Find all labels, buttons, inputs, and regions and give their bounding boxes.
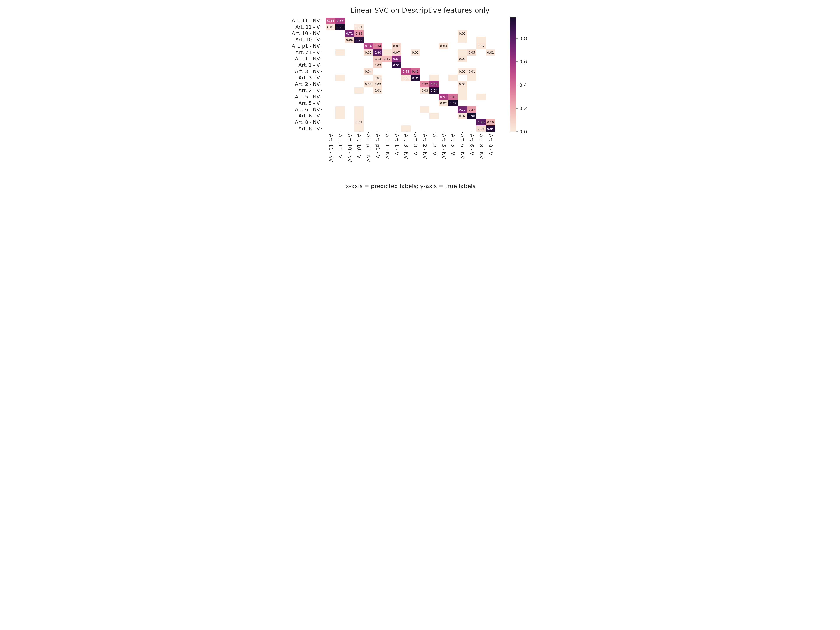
heatmap-cell <box>448 87 458 94</box>
heatmap-cell <box>382 119 392 125</box>
x-tick-label: Art. p1 - NV <box>363 132 373 180</box>
heatmap-cell: 0.72 <box>458 106 467 113</box>
heatmap-cell: 0.03 <box>373 81 382 87</box>
y-tick-label: Art. 10 - V <box>280 36 324 43</box>
x-axis-label: x-axis = predicted labels; y-axis = true… <box>326 183 495 189</box>
heatmap-cell <box>382 68 392 74</box>
heatmap-cell <box>411 17 420 24</box>
heatmap-cell <box>411 113 420 119</box>
heatmap-cell <box>429 119 439 125</box>
heatmap-cell <box>448 113 458 119</box>
heatmap-cell <box>326 30 335 36</box>
heatmap-cell <box>429 68 439 74</box>
heatmap-cell <box>326 100 335 106</box>
heatmap-cell: 0.53 <box>401 68 411 74</box>
heatmap-cell: 0.03 <box>363 81 373 87</box>
heatmap-cell: 0.80 <box>477 119 486 125</box>
heatmap-cell <box>401 55 411 62</box>
heatmap-cell <box>486 17 495 24</box>
heatmap-cell <box>382 62 392 68</box>
heatmap-cell <box>467 81 477 87</box>
colorbar-tick: 0.2 <box>516 106 527 111</box>
heatmap-cell <box>335 87 345 94</box>
heatmap-cell <box>363 113 373 119</box>
heatmap-cell <box>401 17 411 24</box>
heatmap-cell <box>363 62 373 68</box>
heatmap-cell: 0.54 <box>363 43 373 49</box>
x-tick-label: Art. 5 - V <box>448 132 458 180</box>
heatmap-cell <box>411 125 420 132</box>
heatmap-cell: 0.01 <box>467 68 477 74</box>
heatmap-cell <box>448 55 458 62</box>
x-tick-label: Art. 1 - V <box>392 132 401 180</box>
heatmap-cell <box>382 36 392 43</box>
heatmap-cell: 0.01 <box>354 24 363 30</box>
heatmap-cell <box>345 87 354 94</box>
heatmap-cell <box>382 49 392 55</box>
heatmap-cell <box>486 43 495 49</box>
heatmap-cell <box>363 74 373 81</box>
heatmap-cell <box>467 94 477 100</box>
heatmap-cell <box>477 94 486 100</box>
heatmap-cell <box>477 113 486 119</box>
heatmap-cell <box>458 74 467 81</box>
heatmap-cell <box>335 68 345 74</box>
heatmap-cell <box>429 36 439 43</box>
x-tick-label: Art. 8 - V <box>486 132 495 180</box>
heatmap-cell <box>373 125 382 132</box>
heatmap-cell <box>373 30 382 36</box>
heatmap-cell <box>439 125 448 132</box>
heatmap-cell <box>363 17 373 24</box>
heatmap-cell <box>335 94 345 100</box>
heatmap-cell: 0.98 <box>335 24 345 30</box>
heatmap-cell <box>467 100 477 106</box>
heatmap-cell <box>429 100 439 106</box>
heatmap-cell <box>326 36 335 43</box>
heatmap-cell <box>363 55 373 62</box>
heatmap-cell <box>354 17 363 24</box>
heatmap-cell <box>486 106 495 113</box>
heatmap-cell <box>354 113 363 119</box>
heatmap-cell: 0.97 <box>448 100 458 106</box>
heatmap-cell <box>382 87 392 94</box>
heatmap-cell <box>392 81 401 87</box>
heatmap-cell <box>477 62 486 68</box>
heatmap-cell: 0.91 <box>392 62 401 68</box>
heatmap-cell <box>345 94 354 100</box>
heatmap-cell <box>411 43 420 49</box>
heatmap-cell <box>401 24 411 30</box>
heatmap-cell <box>401 119 411 125</box>
heatmap-cell <box>458 24 467 30</box>
y-tick-label: Art. 5 - V <box>280 100 324 106</box>
heatmap-cell <box>411 100 420 106</box>
heatmap-cell <box>486 94 495 100</box>
heatmap-cell <box>420 43 429 49</box>
heatmap-cell <box>382 106 392 113</box>
heatmap-cell <box>392 106 401 113</box>
heatmap-cell <box>373 24 382 30</box>
heatmap-cell <box>373 68 382 74</box>
heatmap-cell: 0.01 <box>354 119 363 125</box>
heatmap-cell <box>382 30 392 36</box>
heatmap-cell <box>477 87 486 94</box>
heatmap-cell: 0.01 <box>486 49 495 55</box>
heatmap-cell <box>354 125 363 132</box>
heatmap-cell: 0.17 <box>382 55 392 62</box>
heatmap-cell <box>439 62 448 68</box>
heatmap-cell <box>354 68 363 74</box>
x-tick-label: Art. 1 - NV <box>382 132 392 180</box>
heatmap-cell <box>326 43 335 49</box>
heatmap-cell <box>345 17 354 24</box>
heatmap-cell <box>411 94 420 100</box>
heatmap-cell <box>354 106 363 113</box>
x-tick-label: Art. 2 - V <box>429 132 439 180</box>
y-tick-label: Art. 1 - NV <box>280 55 324 62</box>
y-tick-label: Art. 6 - V <box>280 113 324 119</box>
heatmap-cell <box>354 55 363 62</box>
heatmap-cell <box>420 36 429 43</box>
heatmap-cell: 0.05 <box>477 125 486 132</box>
heatmap-cell <box>373 36 382 43</box>
heatmap-cell <box>420 100 429 106</box>
colorbar-tick: 0.4 <box>516 82 527 88</box>
colorbar <box>510 17 516 132</box>
